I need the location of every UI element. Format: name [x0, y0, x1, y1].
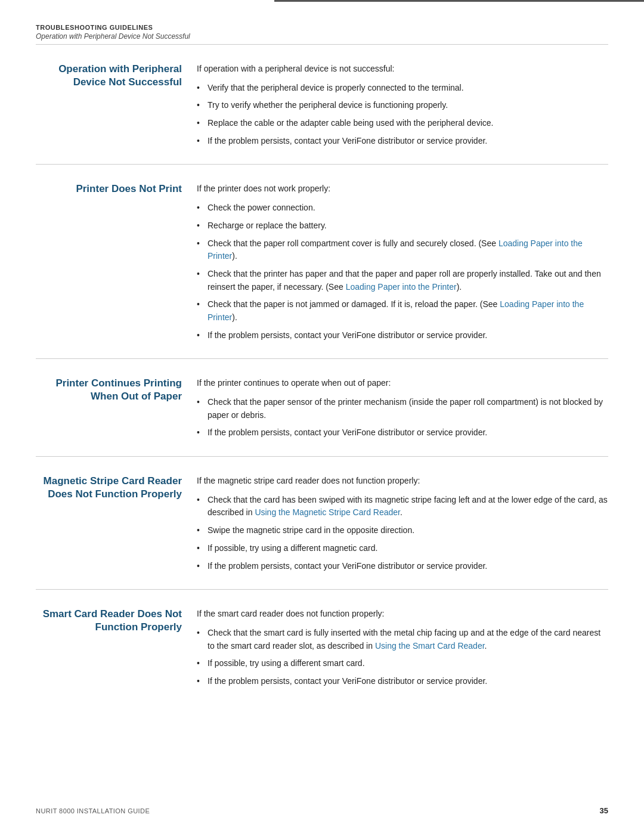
- heading-printer-continues: Printer Continues Printing When Out of P…: [36, 377, 182, 403]
- list-item: Check that the printer has paper and tha…: [197, 268, 608, 293]
- section-printer-not-print: Printer Does Not Print If the printer do…: [36, 182, 608, 359]
- section-smart-card: Smart Card Reader Does Not Function Prop…: [36, 608, 608, 704]
- heading-operation: Operation with Peripheral Device Not Suc…: [36, 63, 182, 89]
- section-heading-printer-continues: Printer Continues Printing When Out of P…: [36, 377, 197, 444]
- link-loading-paper-1[interactable]: Loading Paper into the Printer: [208, 239, 583, 261]
- list-item: If the problem persists, contact your Ve…: [197, 560, 608, 573]
- section-content-operation: If operation with a peripheral device is…: [197, 63, 608, 152]
- section-content-smart-card: If the smart card reader does not functi…: [197, 608, 608, 692]
- list-item: If possible, try using a different smart…: [197, 657, 608, 670]
- list-item: If the problem persists, contact your Ve…: [197, 675, 608, 688]
- list-item: Check that the smart card is fully inser…: [197, 627, 608, 652]
- header-subtitle: Operation with Peripheral Device Not Suc…: [36, 32, 608, 41]
- footer-guide-name: Nurit 8000 Installation Guide: [36, 807, 150, 815]
- intro-magnetic-stripe: If the magnetic stripe card reader does …: [197, 475, 608, 488]
- section-content-magnetic-stripe: If the magnetic stripe card reader does …: [197, 475, 608, 577]
- list-item: If possible, try using a different magne…: [197, 542, 608, 555]
- link-loading-paper-2[interactable]: Loading Paper into the Printer: [346, 282, 457, 292]
- list-item: Swipe the magnetic stripe card in the op…: [197, 524, 608, 537]
- intro-printer-not-print: If the printer does not work properly:: [197, 182, 608, 196]
- intro-operation: If operation with a peripheral device is…: [197, 63, 608, 76]
- list-item: Check that the paper roll compartment co…: [197, 237, 608, 263]
- section-heading-printer-not-print: Printer Does Not Print: [36, 182, 197, 346]
- bullets-magnetic-stripe: Check that the card has been swiped with…: [197, 494, 608, 572]
- list-item: Check that the paper is not jammed or da…: [197, 298, 608, 324]
- bullets-operation: Verify that the peripheral device is pro…: [197, 82, 608, 148]
- list-item: If the problem persists, contact your Ve…: [197, 135, 608, 148]
- bullets-printer-continues: Check that the paper sensor of the print…: [197, 396, 608, 439]
- footer-page-number: 35: [600, 806, 608, 815]
- list-item: Check that the paper sensor of the print…: [197, 396, 608, 422]
- list-item: Check that the card has been swiped with…: [197, 494, 608, 519]
- link-smart-card-reader[interactable]: Using the Smart Card Reader: [375, 641, 485, 651]
- page-footer: Nurit 8000 Installation Guide 35: [36, 806, 608, 815]
- bullets-smart-card: Check that the smart card is fully inser…: [197, 627, 608, 688]
- section-heading-magnetic-stripe: Magnetic Stripe Card Reader Does Not Fun…: [36, 475, 197, 577]
- page: Troubleshooting Guidelines Operation wit…: [0, 0, 644, 833]
- section-heading-smart-card: Smart Card Reader Does Not Function Prop…: [36, 608, 197, 692]
- top-border-line: [274, 0, 644, 2]
- intro-printer-continues: If the printer continues to operate when…: [197, 377, 608, 390]
- header-title: Troubleshooting Guidelines: [36, 24, 608, 31]
- link-loading-paper-3[interactable]: Loading Paper into the Printer: [208, 299, 584, 322]
- list-item: If the problem persists, contact your Ve…: [197, 329, 608, 342]
- link-magnetic-stripe-reader[interactable]: Using the Magnetic Stripe Card Reader: [255, 507, 400, 517]
- page-header: Troubleshooting Guidelines Operation wit…: [36, 24, 608, 45]
- list-item: Replace the cable or the adapter cable b…: [197, 117, 608, 130]
- heading-smart-card: Smart Card Reader Does Not Function Prop…: [36, 608, 182, 634]
- section-operation-peripheral: Operation with Peripheral Device Not Suc…: [36, 63, 608, 165]
- list-item: Recharge or replace the battery.: [197, 219, 608, 233]
- section-printer-continues: Printer Continues Printing When Out of P…: [36, 377, 608, 457]
- bullets-printer-not-print: Check the power connection. Recharge or …: [197, 202, 608, 342]
- section-heading-operation: Operation with Peripheral Device Not Suc…: [36, 63, 197, 152]
- heading-magnetic-stripe: Magnetic Stripe Card Reader Does Not Fun…: [36, 475, 182, 501]
- intro-smart-card: If the smart card reader does not functi…: [197, 608, 608, 621]
- section-content-printer-not-print: If the printer does not work properly: C…: [197, 182, 608, 346]
- section-content-printer-continues: If the printer continues to operate when…: [197, 377, 608, 444]
- list-item: Try to verify whether the peripheral dev…: [197, 99, 608, 112]
- main-content: Operation with Peripheral Device Not Suc…: [36, 63, 608, 705]
- list-item: Check the power connection.: [197, 202, 608, 215]
- list-item: Verify that the peripheral device is pro…: [197, 82, 608, 95]
- heading-printer-not-print: Printer Does Not Print: [36, 182, 182, 196]
- section-magnetic-stripe: Magnetic Stripe Card Reader Does Not Fun…: [36, 475, 608, 590]
- list-item: If the problem persists, contact your Ve…: [197, 426, 608, 439]
